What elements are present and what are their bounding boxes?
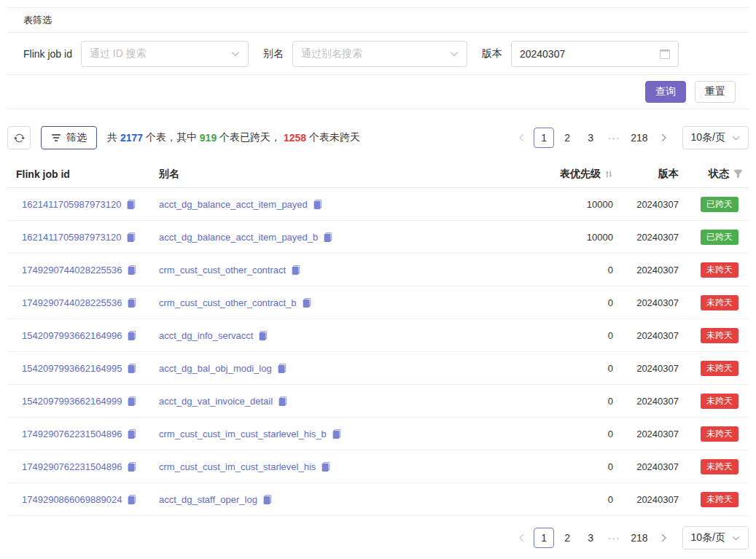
next-page-button[interactable]: [655, 528, 672, 548]
table-row: 1542097993662164999 acct_dg_vat_invoice_…: [7, 385, 749, 418]
job-id-link[interactable]: 1542097993662164999: [22, 396, 122, 407]
priority-cell: 0: [504, 396, 613, 407]
copy-icon[interactable]: [127, 396, 136, 406]
column-header-priority-label: 表优先级: [560, 168, 601, 181]
page-button-1[interactable]: 1: [534, 128, 554, 148]
copy-icon[interactable]: [127, 429, 136, 439]
page-size-select[interactable]: 10条/页: [682, 526, 749, 550]
pages-ellipsis[interactable]: ···: [604, 132, 624, 144]
prev-page-button[interactable]: [513, 528, 531, 548]
summary-text: 个表，其中: [143, 131, 200, 144]
version-cell: 20240307: [613, 461, 679, 472]
page-button-last[interactable]: 218: [627, 128, 651, 148]
copy-icon[interactable]: [127, 331, 136, 340]
alias-link[interactable]: crm_cust_cust_other_contract: [159, 265, 286, 275]
version-cell: 20240307: [613, 429, 679, 439]
priority-cell: 0: [504, 461, 613, 472]
alias-link[interactable]: crm_cust_cust_im_cust_starlevel_his_b: [159, 429, 327, 439]
alias-link[interactable]: acct_dg_staff_oper_log: [159, 494, 257, 505]
job-id-select[interactable]: 通过 ID 搜索: [81, 41, 249, 67]
job-id-link[interactable]: 1621411705987973120: [22, 199, 121, 210]
next-page-button[interactable]: [655, 128, 672, 148]
copy-icon[interactable]: [127, 495, 136, 504]
job-id-cell: 1542097993662164996: [7, 330, 150, 341]
copy-icon[interactable]: [126, 200, 136, 209]
job-id-link[interactable]: 1621411705987973120: [22, 232, 121, 243]
status-badge: 未跨天: [701, 328, 739, 343]
copy-icon[interactable]: [313, 200, 322, 209]
job-id-link[interactable]: 1749290762231504896: [22, 461, 122, 472]
copy-icon[interactable]: [127, 364, 136, 373]
page-button-2[interactable]: 2: [557, 128, 577, 148]
alias-cell: crm_cust_cust_im_cust_starlevel_his_b: [150, 429, 504, 439]
alias-link[interactable]: crm_cust_cust_other_contract_b: [159, 297, 297, 308]
job-id-link[interactable]: 1749290866069889024: [22, 494, 122, 505]
alias-link[interactable]: acct_dg_balance_acct_item_payed: [159, 199, 308, 210]
page-button-2[interactable]: 2: [557, 528, 577, 548]
job-id-link[interactable]: 1749290744028225536: [22, 265, 122, 275]
filter-card-title: 表筛选: [7, 8, 749, 33]
page-size-select[interactable]: 10条/页: [682, 126, 749, 149]
filter-button[interactable]: 筛选: [41, 126, 97, 149]
copy-icon[interactable]: [127, 462, 136, 472]
copy-icon[interactable]: [277, 364, 287, 373]
status-filter-funnel-icon[interactable]: [733, 169, 743, 179]
page-button-last[interactable]: 218: [627, 528, 651, 548]
chevron-down-icon: [732, 134, 740, 142]
version-date-input[interactable]: 20240307: [511, 41, 679, 67]
refresh-icon: [14, 133, 25, 144]
refresh-button[interactable]: [7, 126, 31, 149]
job-id-select-placeholder: 通过 ID 搜索: [90, 47, 147, 60]
copy-icon[interactable]: [258, 331, 268, 340]
status-badge: 未跨天: [701, 492, 739, 507]
job-id-link[interactable]: 1749290744028225536: [22, 297, 122, 308]
alias-cell: acct_dg_balance_acct_item_payed_b: [150, 232, 504, 243]
chevron-down-icon: [450, 50, 459, 58]
page-button-3[interactable]: 3: [580, 128, 601, 148]
filter-lines-icon: [51, 133, 61, 143]
copy-icon[interactable]: [127, 298, 136, 308]
page-size-label: 10条/页: [691, 131, 725, 144]
status-badge: 未跨天: [701, 459, 739, 474]
copy-icon[interactable]: [278, 396, 287, 406]
table-row: 1542097993662164996 acct_dg_info_servacc…: [7, 319, 749, 352]
status-cell: 未跨天: [679, 492, 749, 507]
table-row: 1749290744028225536 crm_cust_cust_other_…: [7, 254, 749, 286]
column-header-priority[interactable]: 表优先级: [504, 168, 613, 181]
alias-select[interactable]: 通过别名搜索: [292, 41, 467, 67]
copy-icon[interactable]: [126, 232, 136, 242]
copy-icon[interactable]: [291, 265, 300, 275]
summary-text: 个表已跨天，: [217, 131, 284, 144]
page-size-label: 10条/页: [691, 531, 725, 544]
page-button-1[interactable]: 1: [534, 528, 554, 548]
copy-icon[interactable]: [321, 462, 330, 472]
chevron-down-icon: [231, 50, 240, 58]
copy-icon[interactable]: [332, 429, 341, 439]
sort-icon[interactable]: [604, 170, 613, 179]
reset-button[interactable]: 重置: [695, 81, 736, 103]
copy-icon[interactable]: [323, 232, 332, 242]
alias-link[interactable]: acct_dg_bal_obj_modi_log: [159, 363, 272, 374]
query-button[interactable]: 查询: [645, 81, 686, 103]
copy-icon[interactable]: [302, 298, 311, 308]
job-id-cell: 1749290762231504896: [7, 461, 150, 472]
job-id-link[interactable]: 1542097993662164996: [22, 330, 122, 341]
alias-link[interactable]: crm_cust_cust_im_cust_starlevel_his: [159, 461, 316, 472]
column-header-status-label: 状态: [709, 168, 729, 181]
column-header-status: 状态: [679, 168, 749, 181]
alias-link[interactable]: acct_dg_vat_invoice_detail: [159, 396, 273, 407]
job-id-link[interactable]: 1749290762231504896: [22, 429, 122, 439]
table-row: 1749290866069889024 acct_dg_staff_oper_l…: [7, 483, 749, 516]
copy-icon[interactable]: [262, 495, 272, 504]
copy-icon[interactable]: [127, 265, 136, 275]
alias-select-placeholder: 通过别名搜索: [301, 47, 362, 60]
summary-text: 共: [107, 131, 120, 144]
alias-link[interactable]: acct_dg_balance_acct_item_payed_b: [159, 232, 318, 243]
job-id-link[interactable]: 1542097993662164995: [22, 363, 122, 374]
page-button-3[interactable]: 3: [580, 528, 601, 548]
alias-cell: acct_dg_bal_obj_modi_log: [150, 363, 504, 374]
prev-page-button[interactable]: [513, 128, 531, 148]
pages-ellipsis[interactable]: ···: [604, 532, 624, 544]
version-cell: 20240307: [613, 297, 679, 308]
alias-link[interactable]: acct_dg_info_servacct: [159, 330, 253, 341]
